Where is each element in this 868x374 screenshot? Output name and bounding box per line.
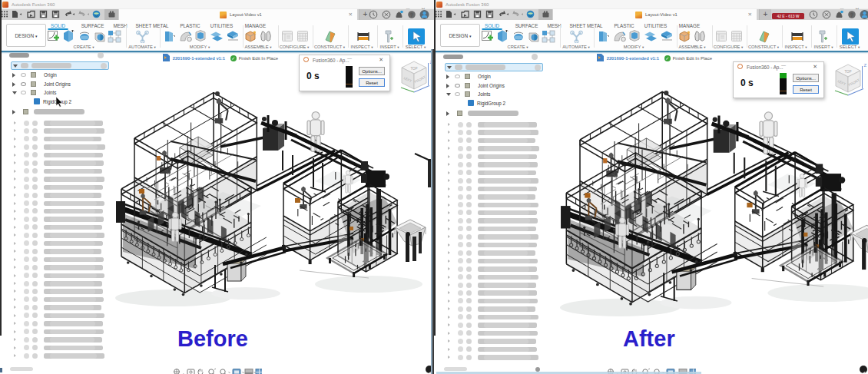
svg-text:TOP: TOP [410,67,417,71]
svg-text:Z: Z [864,63,867,68]
svg-text:TOP: TOP [844,70,851,74]
svg-text:?: ? [410,12,413,18]
svg-text:?: ? [850,12,853,18]
